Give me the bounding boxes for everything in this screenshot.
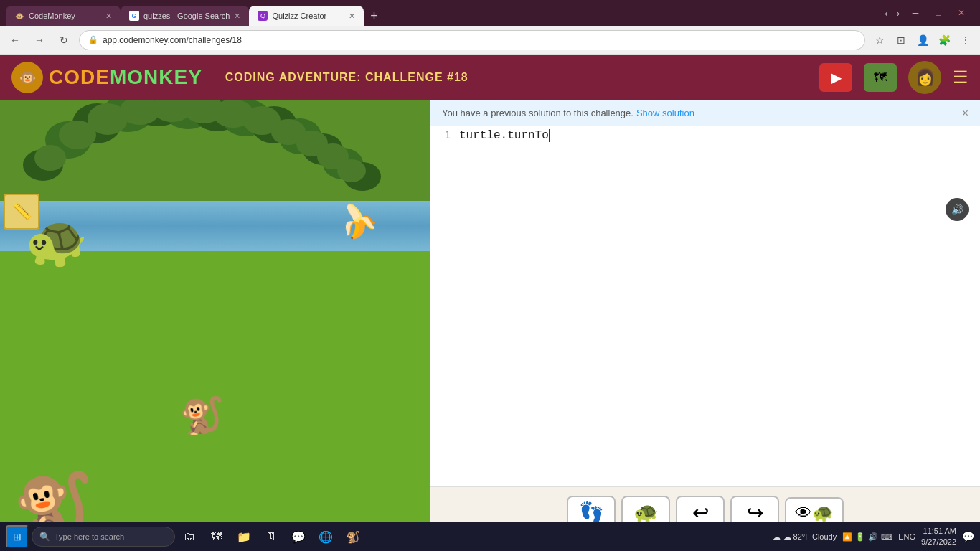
volume-icon: 🔊 [868,532,878,542]
taskbar-task-view[interactable]: 🗂 [178,525,201,548]
network-icon: 🔼 [842,532,852,542]
bookmark-star-icon[interactable]: ☆ [871,32,888,49]
monkey-small: 🐒 [179,395,224,436]
previous-solution-bar: You have a previous solution to this cha… [430,100,980,126]
url-text: app.codemonkey.com/challenges/18 [103,35,242,45]
logo-code: CODE [49,66,110,88]
forward-button[interactable]: → [30,31,49,50]
cm-logo-text: CODEMONKEY [49,66,202,89]
taskbar-browser[interactable]: 🌐 [314,525,337,548]
turn-icon: 🐢 [633,503,659,523]
hamburger-menu[interactable]: ☰ [953,67,969,88]
left-arrow-icon: ↩ [692,503,709,523]
weather-text: ☁ 82°F Cloudy [783,532,837,542]
cm-logo: 🐵 CODEMONKEY [11,62,202,93]
header-play-icon: ▶ [831,69,842,86]
show-solution-link[interactable]: Show solution [636,108,694,118]
game-background: 📏 🐢 🍌 🐒 🐒 [0,100,430,551]
lock-icon: 🔒 [88,35,98,44]
taskbar-app-icons: 🗂 🗺 📁 🗓 💬 🌐 🐒 [178,525,364,548]
code-line-1: 1 turtle.turnTo [430,126,980,145]
weather-icon: ☁ [773,532,781,542]
tab-scroll-right[interactable]: › [897,8,900,19]
previous-solution-text: You have a previous solution to this cha… [442,108,633,118]
tab-quizizz[interactable]: Q Quizizz Creator ✕ [249,6,364,26]
clock-date: 9/27/2022 [921,537,956,547]
challenge-title: CODING ADVENTURE: CHALLENGE #18 [225,71,468,84]
taskbar-store[interactable]: 📁 [232,525,255,548]
system-clock: 11:51 AM 9/27/2022 [921,526,956,548]
windows-icon: ⊞ [13,531,22,542]
taskbar-search-box[interactable]: 🔍 Type here to search [32,527,175,547]
svg-point-24 [337,159,366,182]
start-button[interactable]: ⊞ [6,525,29,548]
keyboard-icon: ⌨ [881,532,892,542]
logo-monkey: MONKEY [110,66,202,88]
avatar-icon: 👩 [915,68,935,87]
battery-icon: 🔋 [855,532,865,542]
profile-icon[interactable]: 👤 [914,32,931,49]
header-play-button[interactable]: ▶ [819,63,852,92]
menu-icon[interactable]: ⋮ [957,32,974,49]
taskbar-calendar[interactable]: 🗓 [260,525,283,548]
weather-widget: ☁ ☁ 82°F Cloudy [773,532,837,542]
search-placeholder: Type here to search [55,532,124,541]
user-avatar[interactable]: 👩 [908,61,941,94]
turtle-character: 🐢 [25,212,88,270]
tab-quizizz-close[interactable]: ✕ [349,11,355,21]
taskbar-teams[interactable]: 💬 [287,525,310,548]
logo-monkey-icon: 🐵 [11,62,43,93]
browser-titlebar: 🐵 CodeMonkey ✕ G quizzes - Google Search… [0,0,980,26]
tab-google[interactable]: G quizzes - Google Search ✕ [121,6,249,26]
language-indicator: ENG [898,532,915,541]
game-canvas: 📏 🐢 🍌 🐒 🐒 [0,100,430,551]
cm-header: 🐵 CODEMONKEY CODING ADVENTURE: CHALLENGE… [0,55,980,100]
reload-button[interactable]: ↻ [55,31,73,50]
url-bar[interactable]: 🔒 app.codemonkey.com/challenges/18 [79,30,865,50]
taskbar: ⊞ 🔍 Type here to search 🗂 🗺 📁 🗓 💬 🌐 🐒 ☁ … [0,522,980,551]
step-icon: 👣 [579,503,604,523]
cast-icon[interactable]: ⊡ [892,32,910,49]
notification-icon[interactable]: 💬 [962,531,974,542]
system-tray: 🔼 🔋 🔊 ⌨ [842,532,892,542]
maximize-button[interactable]: □ [931,8,946,18]
right-arrow-icon: ↪ [747,503,763,523]
minimize-button[interactable]: ─ [908,8,923,18]
tab-codemonkey-label: CodeMonkey [29,11,101,20]
tab-scroll-left[interactable]: ‹ [885,8,887,19]
tab-codemonkey-close[interactable]: ✕ [105,11,112,21]
code-content-1: turtle.turnTo [459,129,550,142]
tab-bar: 🐵 CodeMonkey ✕ G quizzes - Google Search… [6,0,384,26]
code-editor-area: You have a previous solution to this cha… [430,100,980,551]
extensions-icon[interactable]: 🧩 [936,32,953,49]
main-area: 📏 🐢 🍌 🐒 🐒 You have a previous solutio [0,100,980,551]
taskbar-maps[interactable]: 🗺 [205,525,228,548]
svg-point-13 [34,145,66,171]
taskbar-right: ☁ ☁ 82°F Cloudy 🔼 🔋 🔊 ⌨ ENG 11:51 AM 9/2… [773,526,975,548]
quizizz-favicon: Q [258,11,268,21]
close-notification-button[interactable]: × [962,107,969,120]
google-favicon: G [129,11,139,21]
new-tab-button[interactable]: + [364,6,384,26]
close-button[interactable]: ✕ [954,8,969,18]
codemonkey-favicon: 🐵 [14,11,24,21]
header-right: ▶ 🗺 👩 ☰ [819,61,969,94]
taskbar-codemonkey-app[interactable]: 🐒 [341,525,364,548]
address-bar-row: ← → ↻ 🔒 app.codemonkey.com/challenges/18… [0,26,980,55]
app-content: 🐵 CODEMONKEY CODING ADVENTURE: CHALLENGE… [0,55,980,551]
map-button[interactable]: 🗺 [864,63,897,92]
tab-codemonkey[interactable]: 🐵 CodeMonkey ✕ [6,6,121,26]
logo-text: CODEMONKEY [49,66,202,88]
tab-google-close[interactable]: ✕ [234,11,240,21]
line-number-1: 1 [430,129,459,141]
back-button[interactable]: ← [6,31,24,50]
tab-google-label: quizzes - Google Search [143,11,230,20]
search-icon: 🔍 [39,532,50,542]
tab-quizizz-label: Quizizz Creator [272,11,344,20]
clock-time: 11:51 AM [921,526,956,537]
map-icon: 🗺 [874,70,887,85]
text-cursor [549,129,550,142]
browser-toolbar: ☆ ⊡ 👤 🧩 ⋮ [871,32,974,49]
window-controls: ‹ › ─ □ ✕ [885,8,974,19]
code-editor[interactable]: 1 turtle.turnTo [430,126,980,486]
